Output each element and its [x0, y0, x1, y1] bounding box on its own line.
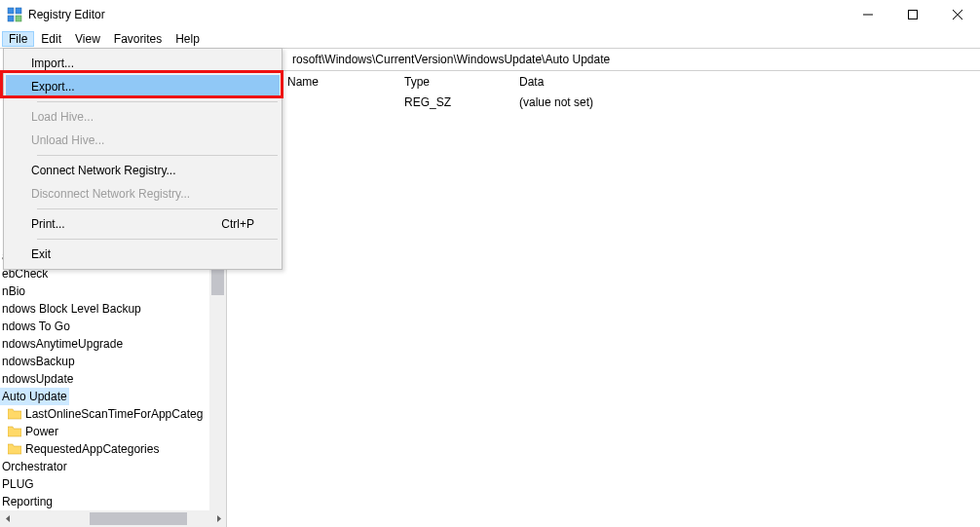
- menu-separator: [37, 155, 278, 156]
- minimize-button[interactable]: [846, 0, 890, 29]
- close-button[interactable]: [935, 0, 980, 29]
- tree-label: PLUG: [2, 477, 34, 492]
- tree-row[interactable]: nBio: [0, 282, 226, 300]
- list-panel: Name Type Data REG_SZ (value not set): [227, 71, 980, 527]
- tree-label: ndowsUpdate: [2, 372, 73, 387]
- tree-row[interactable]: ndowsUpdate: [0, 370, 226, 388]
- list-row[interactable]: REG_SZ (value not set): [227, 93, 980, 112]
- address-text: rosoft\Windows\CurrentVersion\WindowsUpd…: [292, 53, 610, 66]
- tree-label: RequestedAppCategories: [25, 442, 159, 457]
- tree-row[interactable]: Reporting: [0, 493, 226, 510]
- cell-type: REG_SZ: [404, 95, 519, 109]
- menu-view[interactable]: View: [68, 31, 107, 47]
- window-title: Registry Editor: [28, 8, 105, 21]
- tree-label: Power: [25, 425, 58, 439]
- menu-help[interactable]: Help: [169, 31, 207, 47]
- tree-horizontal-scrollbar[interactable]: [0, 510, 227, 527]
- menu-item-exit[interactable]: Exit: [6, 243, 280, 266]
- regedit-icon: [7, 7, 22, 22]
- menu-item-disconnect: Disconnect Network Registry...: [6, 182, 280, 206]
- folder-icon: [8, 408, 21, 420]
- tree-row[interactable]: ndows Block Level Backup: [0, 300, 226, 318]
- tree-label: nBio: [2, 284, 25, 299]
- svg-rect-1: [16, 8, 21, 14]
- folder-icon: [8, 426, 21, 437]
- tree-row[interactable]: Orchestrator: [0, 458, 226, 475]
- col-header-name[interactable]: Name: [287, 75, 404, 89]
- shortcut-label: Ctrl+P: [221, 217, 254, 231]
- menu-bar: File Edit View Favorites Help: [0, 29, 980, 48]
- tree-row[interactable]: Power: [0, 423, 226, 440]
- tree-label: LastOnlineScanTimeForAppCateg: [25, 407, 203, 422]
- tree-row[interactable]: RequestedAppCategories: [0, 440, 226, 458]
- tree-label: ndows To Go: [2, 320, 70, 334]
- tree-label: ndowsAnytimeUpgrade: [2, 337, 123, 352]
- menu-item-print[interactable]: Print... Ctrl+P: [6, 212, 280, 236]
- tree-row[interactable]: Auto Update: [0, 388, 69, 405]
- svg-rect-0: [8, 8, 14, 14]
- tree-label: Reporting: [2, 495, 53, 509]
- col-header-data[interactable]: Data: [519, 75, 980, 89]
- tree-label: Orchestrator: [2, 460, 67, 474]
- list-header: Name Type Data: [227, 71, 980, 93]
- menu-favorites[interactable]: Favorites: [107, 31, 169, 47]
- tree-row[interactable]: LastOnlineScanTimeForAppCateg: [0, 405, 226, 423]
- menu-item-load-hive: Load Hive...: [6, 105, 280, 129]
- folder-icon: [8, 443, 21, 455]
- maximize-button[interactable]: [890, 0, 935, 29]
- tree-row[interactable]: ndowsAnytimeUpgrade: [0, 335, 226, 353]
- menu-edit[interactable]: Edit: [34, 31, 68, 47]
- menu-item-import[interactable]: Import...: [6, 52, 280, 75]
- tree-row[interactable]: ndows To Go: [0, 318, 226, 335]
- menu-item-connect[interactable]: Connect Network Registry...: [6, 159, 280, 182]
- scrollbar-track[interactable]: [17, 510, 210, 527]
- file-menu-dropdown: Import... Export... Load Hive... Unload …: [3, 48, 283, 270]
- col-header-type[interactable]: Type: [404, 75, 519, 89]
- tree-label: Auto Update: [2, 390, 67, 404]
- scrollbar-thumb[interactable]: [90, 512, 187, 525]
- tree-label: ndowsBackup: [2, 355, 75, 369]
- menu-item-export[interactable]: Export...: [6, 75, 280, 98]
- tree-row[interactable]: PLUG: [0, 475, 226, 493]
- menu-separator: [37, 208, 278, 209]
- scroll-left-arrow[interactable]: [0, 510, 17, 527]
- svg-rect-3: [16, 16, 21, 21]
- menu-file[interactable]: File: [2, 31, 34, 47]
- scroll-right-arrow[interactable]: [210, 510, 227, 527]
- menu-separator: [37, 239, 278, 240]
- window-controls: [846, 0, 980, 29]
- svg-rect-2: [8, 16, 14, 21]
- tree-row[interactable]: ndowsBackup: [0, 353, 226, 370]
- menu-separator: [37, 101, 278, 102]
- cell-data: (value not set): [519, 95, 980, 109]
- menu-item-unload-hive: Unload Hive...: [6, 129, 280, 152]
- svg-rect-5: [909, 11, 918, 19]
- title-bar: Registry Editor: [0, 0, 980, 29]
- tree-label: ndows Block Level Backup: [2, 302, 141, 317]
